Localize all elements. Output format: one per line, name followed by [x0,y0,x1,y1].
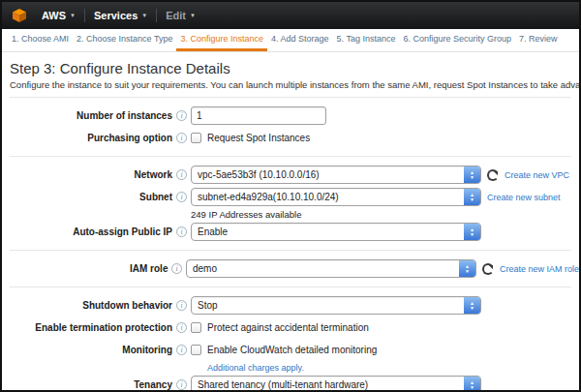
aws-logo-icon[interactable] [12,8,27,23]
form-row-termination-protection: Enable termination protection i Protect … [2,317,579,339]
info-icon[interactable]: i [176,322,187,333]
field-label: Tenancy [8,379,172,390]
subnet-select[interactable]: subnet-ed4a929a(10.10.10.0/24) ▲ ▼ [191,188,481,206]
field-label: Purchasing option [8,133,172,143]
aws-topbar: AWS ▼ Services ▼ Edit ▼ [2,2,579,29]
refresh-vpc-icon[interactable] [487,169,499,181]
arrow-down-icon: ▼ [470,197,474,202]
network-select-value: vpc-5ae53b3f (10.10.0.0/16) [192,169,480,180]
divider [10,97,571,98]
page-title: Step 3: Configure Instance Details [2,60,579,76]
iam-role-select[interactable]: demo ▲ ▼ [186,259,476,278]
info-icon[interactable]: i [176,300,187,311]
field-label: Network [8,169,172,180]
caret-down-icon: ▼ [70,13,76,18]
nav-aws-menu[interactable]: AWS ▼ [33,2,84,29]
wizard-tabs: 1. Choose AMI 2. Choose Instance Type 3.… [2,29,579,52]
field-label: Enable termination protection [8,322,172,333]
divider [10,250,571,251]
subnet-select-value: subnet-ed4a929a(10.10.10.0/24) [192,192,480,202]
iam-role-value: demo [187,263,475,274]
termination-protection-checkbox[interactable] [191,322,201,333]
select-arrows-icon: ▲ ▼ [464,166,480,183]
select-arrows-icon: ▲ ▼ [464,377,480,392]
caret-down-icon: ▼ [141,13,147,18]
nav-edit-label: Edit [166,10,186,21]
divider [10,156,571,157]
arrow-down-icon: ▼ [470,306,474,311]
info-icon[interactable]: i [176,226,187,237]
divider [10,286,571,287]
caret-down-icon: ▼ [190,13,196,18]
tenancy-value: Shared tenancy (multi-tenant hardware) [192,379,480,390]
form-row-purchasing-option: Purchasing option i Request Spot Instanc… [2,127,579,149]
info-icon[interactable]: i [176,169,187,180]
info-icon[interactable]: i [176,192,187,202]
main-content: Step 3: Configure Instance Details Confi… [2,52,579,392]
monitoring-additional-charges-link[interactable]: Additional charges apply. [207,363,304,373]
form-row-iam-role: IAM role i demo ▲ ▼ Create new IAM role [2,257,579,280]
nav-edit-menu[interactable]: Edit ▼ [157,2,204,29]
checkbox-label: Protect against accidental termination [207,322,369,333]
select-arrows-icon: ▲ ▼ [464,297,480,314]
page-description: Configure the instance to suit your requ… [2,76,579,90]
info-icon[interactable]: i [176,379,187,390]
tab-tag-instance[interactable]: 5. Tag Instance [333,29,400,51]
arrow-down-icon: ▼ [465,269,470,274]
auto-assign-public-ip-select[interactable]: Enable ▲ ▼ [191,223,481,241]
form-row-subnet: Subnet i subnet-ed4a929a(10.10.10.0/24) … [2,186,579,208]
arrow-down-icon: ▼ [470,232,474,237]
tenancy-select[interactable]: Shared tenancy (multi-tenant hardware) ▲… [191,376,481,392]
checkbox-label: Enable CloudWatch detailed monitoring [207,345,377,355]
tab-configure-security-group[interactable]: 6. Configure Security Group [399,29,515,51]
form-row-number-of-instances: Number of instances i [2,105,579,127]
info-icon[interactable]: i [171,263,182,274]
select-arrows-icon: ▲ ▼ [464,189,480,205]
form-row-shutdown-behavior: Shutdown behavior i Stop ▲ ▼ [2,294,579,317]
network-select[interactable]: vpc-5ae53b3f (10.10.0.0/16) ▲ ▼ [191,166,481,184]
create-new-vpc-link[interactable]: Create new VPC [505,170,569,180]
field-label: Subnet [8,192,172,202]
field-label: IAM role [8,263,168,274]
select-arrows-icon: ▲ ▼ [464,224,480,240]
nav-services-label: Services [94,10,138,21]
nav-aws-label: AWS [42,10,66,21]
instance-count-input[interactable] [191,106,326,125]
aws-cube-svg [12,8,27,23]
tab-review[interactable]: 7. Review [515,29,562,51]
form-row-monitoring: Monitoring i Enable CloudWatch detailed … [2,339,579,361]
tab-configure-instance[interactable]: 3. Configure Instance [176,29,267,51]
auto-assign-public-ip-value: Enable [192,226,480,237]
select-arrows-icon: ▲ ▼ [459,260,475,277]
arrow-down-icon: ▼ [470,385,474,390]
create-new-iam-role-link[interactable]: Create new IAM role [500,264,579,274]
info-icon[interactable]: i [176,133,187,143]
info-icon[interactable]: i [176,110,187,121]
create-new-subnet-link[interactable]: Create new subnet [487,193,561,202]
form-row-network: Network i vpc-5ae53b3f (10.10.0.0/16) ▲ … [2,164,579,186]
tab-choose-ami[interactable]: 1. Choose AMI [8,29,73,51]
checkbox-label: Request Spot Instances [207,133,310,143]
field-label: Auto-assign Public IP [8,226,172,237]
shutdown-behavior-value: Stop [192,300,480,311]
tab-add-storage[interactable]: 4. Add Storage [267,29,333,51]
tab-choose-instance-type[interactable]: 2. Choose Instance Type [73,29,176,51]
field-label: Number of instances [8,110,172,121]
request-spot-instances-checkbox[interactable] [191,133,201,143]
info-icon[interactable]: i [176,345,187,355]
refresh-iam-icon[interactable] [482,263,494,275]
aws-console-window: AWS ▼ Services ▼ Edit ▼ 1. Choose AMI 2.… [0,0,581,392]
cloudwatch-monitoring-checkbox[interactable] [191,345,201,355]
nav-services-menu[interactable]: Services ▼ [85,2,156,29]
shutdown-behavior-select[interactable]: Stop ▲ ▼ [191,296,481,315]
subnet-ip-availability-note: 249 IP Addresses available [191,208,579,221]
arrow-down-icon: ▼ [470,175,474,180]
field-label: Monitoring [8,345,172,355]
form-row-auto-assign-public-ip: Auto-assign Public IP i Enable ▲ ▼ [2,221,579,243]
form-row-tenancy: Tenancy i Shared tenancy (multi-tenant h… [2,374,579,392]
field-label: Shutdown behavior [8,300,172,311]
